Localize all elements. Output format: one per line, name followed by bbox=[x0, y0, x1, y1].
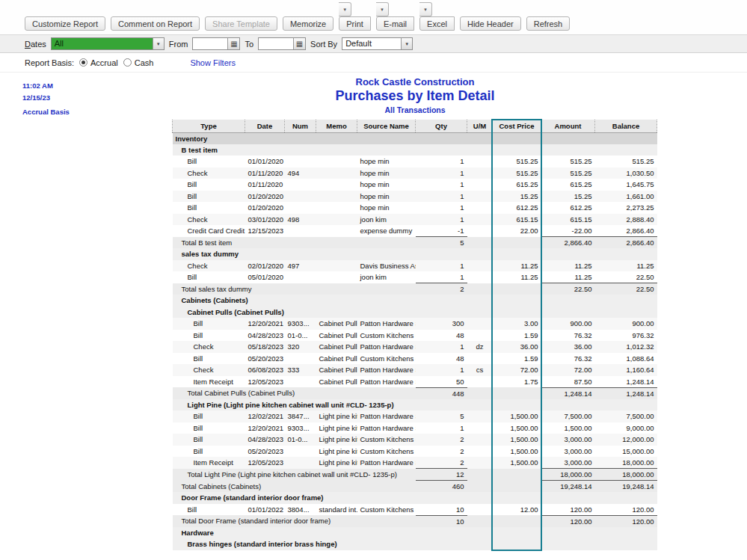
cash-radio[interactable]: Cash bbox=[123, 58, 154, 67]
cell-amount[interactable]: 612.25 bbox=[541, 202, 595, 214]
cell-num[interactable]: 333 bbox=[285, 364, 316, 376]
show-filters-link[interactable]: Show Filters bbox=[190, 58, 236, 67]
cell-qty[interactable]: 1 bbox=[416, 260, 467, 272]
cell-u-m[interactable] bbox=[467, 376, 493, 388]
cell-type[interactable]: Bill bbox=[173, 330, 245, 342]
cell-u-m[interactable] bbox=[467, 318, 493, 330]
cell-num[interactable] bbox=[285, 156, 316, 167]
cell-u-m[interactable] bbox=[467, 353, 493, 365]
cell-amount[interactable]: 36.00 bbox=[541, 341, 595, 353]
table-row[interactable]: Bill01/20/2020hope min115.2515.251,661.0… bbox=[173, 191, 657, 203]
cell-memo[interactable]: Cabinet Pulls bbox=[316, 330, 357, 342]
cell-balance[interactable]: 2,888.40 bbox=[595, 214, 657, 226]
cell-date[interactable]: 12/02/2021 bbox=[245, 410, 285, 422]
print-dropdown-button[interactable]: ▼ bbox=[339, 2, 351, 16]
cell-cost-price[interactable]: 1,500.00 bbox=[493, 422, 541, 434]
cell-num[interactable] bbox=[285, 446, 316, 458]
cell-source-name[interactable]: Custom Kitchens o... bbox=[357, 434, 416, 446]
cell-amount[interactable]: 1,500.00 bbox=[541, 422, 595, 434]
cell-amount[interactable]: 87.50 bbox=[541, 376, 595, 388]
cell-amount[interactable]: 15.25 bbox=[541, 191, 595, 203]
cell-u-m[interactable]: dz bbox=[467, 341, 493, 353]
cell-type[interactable]: Check bbox=[173, 341, 245, 353]
cell-source-name[interactable]: Patton Hardware S... bbox=[357, 376, 416, 388]
cell-type[interactable]: Bill▶ bbox=[173, 156, 245, 167]
cell-balance[interactable]: 120.00 bbox=[595, 504, 657, 516]
cell-source-name[interactable]: joon kim bbox=[357, 271, 416, 283]
table-row[interactable]: Bill01/20/2020hope min1612.25612.252,273… bbox=[173, 202, 657, 214]
email-button[interactable]: E-mail bbox=[376, 16, 414, 31]
cell-amount[interactable]: -22.00 bbox=[541, 225, 595, 237]
cell-num[interactable] bbox=[285, 225, 316, 237]
cell-u-m[interactable]: cs bbox=[467, 364, 493, 376]
cell-qty[interactable]: 50 bbox=[416, 376, 467, 388]
cell-memo[interactable]: Cabinet Pulls bbox=[316, 318, 357, 330]
cell-cost-price[interactable]: 515.25 bbox=[493, 156, 541, 167]
cell-u-m[interactable] bbox=[467, 191, 493, 203]
cell-num[interactable]: 01-0... bbox=[285, 434, 316, 446]
cell-date[interactable]: 01/11/2020 bbox=[245, 167, 285, 179]
cell-qty[interactable]: 1 bbox=[416, 341, 467, 353]
table-row[interactable]: Bill04/28/202301-0...Cabinet PullsCustom… bbox=[173, 330, 657, 342]
cell-qty[interactable]: 300 bbox=[416, 318, 467, 330]
cell-cost-price[interactable]: 72.00 bbox=[493, 364, 541, 376]
cell-qty[interactable]: 1 bbox=[416, 167, 467, 179]
cell-amount[interactable]: 11.25 bbox=[541, 260, 595, 272]
cell-type[interactable]: Credit Card Credit bbox=[173, 225, 245, 237]
cell-type[interactable]: Bill bbox=[173, 353, 245, 365]
cell-memo[interactable] bbox=[316, 156, 357, 167]
cell-qty[interactable]: -1 bbox=[416, 225, 467, 237]
cell-balance[interactable]: 1,645.75 bbox=[595, 179, 657, 191]
cell-type[interactable]: Bill bbox=[173, 191, 245, 203]
cell-date[interactable]: 05/20/2023 bbox=[245, 353, 285, 365]
cell-qty[interactable]: 1 bbox=[416, 202, 467, 214]
cell-cost-price[interactable]: 22.00 bbox=[493, 225, 541, 237]
cell-num[interactable]: 9303... bbox=[285, 318, 316, 330]
cell-u-m[interactable] bbox=[467, 260, 493, 272]
cell-source-name[interactable]: Custom Kitchens o... bbox=[357, 446, 416, 458]
table-row[interactable]: Credit Card Credit12/15/2023expense dumm… bbox=[173, 225, 657, 237]
cell-qty[interactable]: 1 bbox=[416, 179, 467, 191]
excel-dropdown-button[interactable]: ▼ bbox=[419, 2, 432, 16]
cell-cost-price[interactable]: 12.00 bbox=[493, 504, 541, 516]
cell-qty[interactable]: 2 bbox=[416, 457, 467, 469]
cell-num[interactable]: 3804... bbox=[285, 504, 316, 516]
cell-balance[interactable]: 1,661.00 bbox=[595, 191, 657, 203]
cell-cost-price[interactable]: 1.75 bbox=[493, 376, 541, 388]
cell-date[interactable]: 05/18/2023 bbox=[245, 341, 285, 353]
cell-date[interactable]: 05/01/2020 bbox=[245, 271, 285, 283]
cell-qty[interactable]: 10 bbox=[416, 504, 467, 516]
dates-dropdown[interactable]: All ▼ bbox=[51, 37, 165, 50]
cell-cost-price[interactable]: 1,500.00 bbox=[493, 410, 541, 422]
cell-qty[interactable]: 1 bbox=[416, 422, 467, 434]
cell-date[interactable]: 02/01/2020 bbox=[245, 260, 285, 272]
cell-memo[interactable]: Cabinet Pulls bbox=[316, 364, 357, 376]
cell-date[interactable]: 01/01/2022 bbox=[245, 504, 285, 516]
cell-cost-price[interactable]: 515.25 bbox=[493, 167, 541, 179]
cell-amount[interactable]: 76.32 bbox=[541, 330, 595, 342]
cell-u-m[interactable] bbox=[467, 214, 493, 226]
cell-balance[interactable]: 1,160.64 bbox=[595, 364, 657, 376]
cell-balance[interactable]: 18,000.00 bbox=[595, 457, 657, 469]
cell-balance[interactable]: 1,088.64 bbox=[595, 353, 657, 365]
cell-u-m[interactable] bbox=[467, 271, 493, 283]
cell-memo[interactable]: Cabinet Pulls bbox=[316, 376, 357, 388]
cell-qty[interactable]: 1 bbox=[416, 214, 467, 226]
cell-qty[interactable]: 48 bbox=[416, 353, 467, 365]
table-row[interactable]: Bill12/20/20219303...Cabinet PullsPatton… bbox=[173, 318, 657, 330]
cell-date[interactable]: 01/11/2020 bbox=[245, 179, 285, 191]
cell-balance[interactable]: 515.25◀ bbox=[595, 156, 657, 167]
cell-source-name[interactable]: hope min bbox=[357, 179, 416, 191]
cell-balance[interactable]: 1,030.50 bbox=[595, 167, 657, 179]
cell-memo[interactable]: Cabinet Pulls bbox=[316, 353, 357, 365]
cell-qty[interactable]: 1 bbox=[416, 191, 467, 203]
cell-type[interactable]: Bill bbox=[173, 434, 245, 446]
cell-date[interactable]: 01/20/2020 bbox=[245, 191, 285, 203]
table-row[interactable]: Bill▶01/01/2020hope min1515.25515.25515.… bbox=[173, 156, 657, 167]
cell-num[interactable]: 497 bbox=[285, 260, 316, 272]
cell-source-name[interactable]: Custom Kitchens o... bbox=[357, 330, 416, 342]
table-row[interactable]: Bill01/11/2020hope min1615.25615.251,645… bbox=[173, 179, 657, 191]
share-template-button[interactable]: Share Template bbox=[205, 16, 277, 31]
sort-by-dropdown-arrow[interactable]: ▼ bbox=[401, 38, 412, 49]
cell-amount[interactable]: 900.00 bbox=[541, 318, 595, 330]
